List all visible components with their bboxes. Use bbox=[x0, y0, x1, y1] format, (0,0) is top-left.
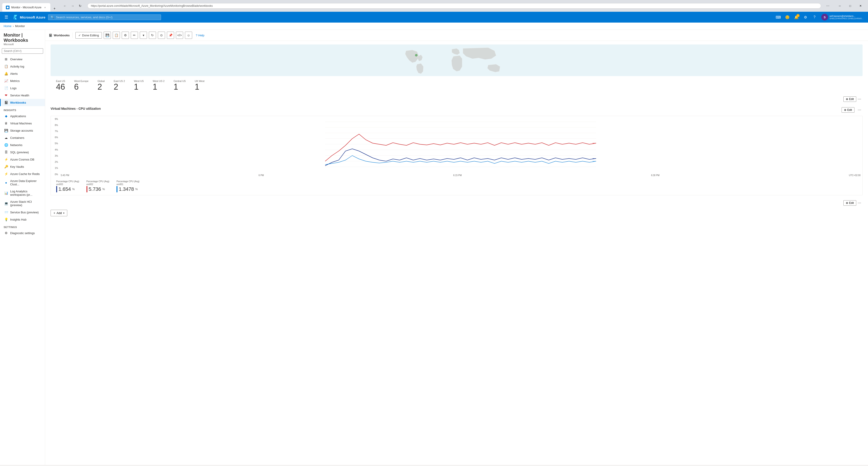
sidebar-item-cache-redis[interactable]: ⚡ Azure Cache for Redis bbox=[0, 170, 45, 178]
sidebar-label-service-health: Service Health bbox=[10, 94, 29, 97]
breadcrumb-home[interactable]: Home bbox=[4, 24, 11, 28]
settings-button[interactable]: ⚙ bbox=[801, 13, 809, 21]
legend-vm003: Percentage CPU (Avg) vm003 1.654 % bbox=[56, 180, 79, 192]
help-icon: ? bbox=[196, 34, 197, 37]
sidebar-item-service-health[interactable]: ❤ Service Health bbox=[0, 92, 45, 99]
sidebar-search-input[interactable] bbox=[2, 48, 43, 54]
sidebar-search-container bbox=[0, 46, 45, 56]
x-label-6pm: 6 PM bbox=[258, 174, 264, 177]
workbooks-tab[interactable]: 📓 Workbooks bbox=[49, 34, 70, 37]
search-placeholder: Search resources, services, and docs (G+… bbox=[56, 15, 113, 19]
help-button-toolbar[interactable]: ? Help bbox=[194, 32, 206, 38]
sidebar-item-log-analytics[interactable]: 📊 Log Analytics workspaces (pr... bbox=[0, 188, 45, 198]
chart-edit-button-2[interactable]: ⊕ Edit bbox=[843, 200, 856, 206]
chart-more-button-2[interactable]: ⋯ bbox=[856, 200, 863, 206]
y-label-6: 6% bbox=[52, 136, 58, 138]
azure-logo[interactable]: Microsoft Azure bbox=[13, 14, 45, 20]
address-bar[interactable]: https://portal.azure.com/#blade/Microsof… bbox=[87, 3, 821, 8]
back-button[interactable]: ← bbox=[62, 3, 68, 9]
workbooks-toolbar: 📓 Workbooks ✓ Done Editing 💾 📋 ⚙ ✏ ▾ bbox=[45, 30, 868, 41]
y-label-5: 5% bbox=[52, 142, 58, 145]
cpu-chart-svg bbox=[59, 116, 862, 173]
map-edit-label: Edit bbox=[849, 97, 854, 101]
browser-tab[interactable]: Monitor - Microsoft Azure × bbox=[2, 3, 50, 12]
emoji-button[interactable]: ☺ bbox=[185, 32, 192, 39]
tab-close-icon[interactable]: × bbox=[43, 6, 47, 9]
stat-value-central-us: 1 bbox=[174, 83, 186, 91]
stat-uk-west: UK West 1 bbox=[195, 80, 204, 91]
notifications-button[interactable]: 🔔 1 bbox=[793, 13, 801, 21]
code-button[interactable]: </> bbox=[176, 32, 183, 39]
sidebar-item-activity-log[interactable]: 📋 Activity log bbox=[0, 63, 45, 70]
sidebar-item-logs[interactable]: 📄 Logs bbox=[0, 85, 45, 92]
sidebar-item-storage-accounts[interactable]: 💾 Storage accounts bbox=[0, 127, 45, 134]
browser-actions: ⋯ bbox=[823, 3, 833, 9]
feedback-button[interactable]: 😊 bbox=[783, 13, 792, 21]
legend-unit-vm002: % bbox=[102, 188, 105, 191]
add-button[interactable]: + Add ▾ bbox=[51, 210, 67, 216]
chart-edit-button[interactable]: ⊕ Edit bbox=[842, 107, 855, 113]
sidebar-label-alerts: Alerts bbox=[10, 72, 18, 75]
legend-label-vm002-1: Percentage CPU (Avg) bbox=[87, 180, 110, 183]
done-editing-button[interactable]: ✓ Done Editing bbox=[75, 32, 102, 39]
dropdown-icon: ▾ bbox=[143, 33, 144, 37]
sidebar-item-service-bus[interactable]: 📨 Service Bus (preview) bbox=[0, 209, 45, 216]
sidebar-item-networks[interactable]: 🌐 Networks bbox=[0, 141, 45, 149]
sidebar-item-metrics[interactable]: 📈 Metrics bbox=[0, 77, 45, 85]
sidebar-item-workbooks[interactable]: 📓 Workbooks bbox=[0, 99, 45, 106]
extensions-button[interactable]: ⋯ bbox=[825, 3, 831, 9]
sidebar-item-virtual-machines[interactable]: 🖥 Virtual Machines bbox=[0, 120, 45, 127]
done-editing-label: Done Editing bbox=[82, 34, 99, 37]
edit-pencil-button[interactable]: ✏ bbox=[131, 32, 138, 39]
topbar-actions: ⌨ 😊 🔔 1 ⚙ ? S seif.bassem@shieldarm... S… bbox=[774, 13, 865, 22]
user-profile[interactable]: S seif.bassem@shieldarm... SHIELDARMORED… bbox=[819, 13, 865, 22]
chart-edit-icon-2: ⊕ bbox=[846, 201, 848, 205]
code-icon: </> bbox=[177, 33, 182, 37]
dropdown-button[interactable]: ▾ bbox=[140, 32, 147, 39]
legend-unit-vm001: % bbox=[135, 188, 138, 191]
sidebar-item-overview[interactable]: ⊞ Overview bbox=[0, 56, 45, 63]
sidebar-item-key-vaults[interactable]: 🔑 Key Vaults bbox=[0, 163, 45, 170]
sidebar-item-alerts[interactable]: 🔔 Alerts bbox=[0, 70, 45, 77]
close-window-button[interactable]: ✕ bbox=[855, 0, 866, 12]
cloud-shell-button[interactable]: ⌨ bbox=[774, 13, 782, 21]
refresh-button[interactable]: ↻ bbox=[77, 3, 83, 9]
sidebar-item-diagnostic-settings[interactable]: ⚙ Diagnostic settings bbox=[0, 229, 45, 237]
notification-badge: 1 bbox=[797, 14, 800, 17]
save-button[interactable]: 💾 bbox=[104, 32, 111, 39]
sidebar-item-applications[interactable]: ◆ Applications bbox=[0, 113, 45, 120]
sidebar-item-sql[interactable]: 🗄 SQL (preview) bbox=[0, 149, 45, 156]
svg-rect-0 bbox=[7, 6, 8, 8]
sidebar-label-virtual-machines: Virtual Machines bbox=[10, 122, 32, 125]
sidebar: Monitor | Workbooks Microsoft ⊞ Overview… bbox=[0, 30, 45, 465]
sidebar-item-cosmos-db[interactable]: ⚡ Azure Cosmos DB bbox=[0, 156, 45, 163]
stat-value-east-us-2: 2 bbox=[114, 83, 125, 91]
hamburger-menu[interactable]: ☰ bbox=[3, 13, 10, 21]
azure-logo-text: Microsoft Azure bbox=[20, 15, 45, 19]
help-button[interactable]: ? bbox=[810, 13, 818, 21]
chart-legend: Percentage CPU (Avg) vm003 1.654 % Perce… bbox=[51, 178, 862, 195]
sidebar-label-cache-redis: Azure Cache for Redis bbox=[10, 172, 40, 176]
chart-edit-label-2: Edit bbox=[849, 201, 854, 205]
map-edit-button[interactable]: ⊕ Edit bbox=[843, 96, 856, 102]
map-more-button[interactable]: ⋯ bbox=[856, 96, 863, 102]
share-button[interactable]: ⊙ bbox=[158, 32, 165, 39]
copy-button[interactable]: 📋 bbox=[113, 32, 120, 39]
refresh-button-toolbar[interactable]: ↻ bbox=[149, 32, 156, 39]
sidebar-item-containers[interactable]: ☁ Containers bbox=[0, 134, 45, 141]
metrics-icon: 📈 bbox=[4, 79, 8, 83]
topbar-search[interactable]: 🔍 Search resources, services, and docs (… bbox=[48, 14, 161, 20]
maximize-button[interactable]: □ bbox=[845, 0, 855, 12]
svg-point-3 bbox=[415, 54, 417, 57]
sidebar-label-insights-hub: Insights Hub bbox=[10, 218, 26, 221]
breadcrumb-separator: › bbox=[13, 24, 14, 28]
minimize-button[interactable]: ─ bbox=[835, 0, 845, 12]
new-tab-button[interactable]: + bbox=[51, 5, 58, 12]
forward-button[interactable]: → bbox=[69, 3, 75, 9]
sidebar-item-stack-hci[interactable]: 💻 Azure Stack HCI (preview) bbox=[0, 198, 45, 209]
chart-more-button[interactable]: ⋯ bbox=[856, 107, 863, 113]
gear-button[interactable]: ⚙ bbox=[122, 32, 129, 39]
sidebar-item-data-explorer[interactable]: ● Azure Data Explorer Clust... bbox=[0, 178, 45, 188]
pin-button[interactable]: 📌 bbox=[167, 32, 174, 39]
sidebar-item-insights-hub[interactable]: 💡 Insights Hub bbox=[0, 216, 45, 223]
